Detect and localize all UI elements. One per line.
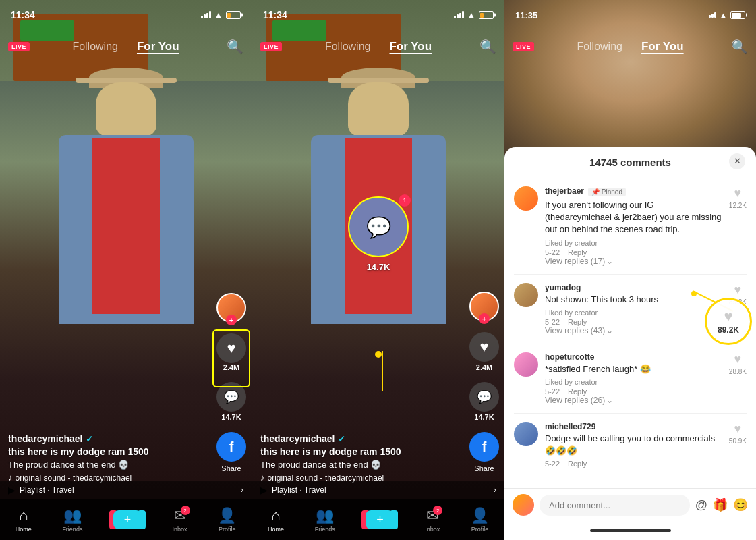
friends-nav-1[interactable]: 👥 Friends	[62, 507, 82, 533]
pinned-badge-1: 📌 Pinned	[588, 188, 626, 196]
facebook-share-2[interactable]: f	[469, 432, 499, 462]
creator-avatar-2[interactable]: +	[469, 292, 499, 321]
following-tab-3[interactable]: Following	[567, 35, 632, 58]
right-sidebar-2: + ♥ 2.4M 💬 14.7K f Share	[469, 292, 499, 473]
friends-label-1: Friends	[62, 526, 82, 533]
inbox-nav-1[interactable]: ✉ 2 Inbox	[173, 507, 187, 533]
profile-nav-2[interactable]: 👤 Profile	[471, 507, 489, 533]
comment-input[interactable]	[540, 495, 690, 516]
search-icon-1[interactable]: 🔍	[227, 38, 243, 55]
comment-meta-2: 5-22 Reply	[545, 318, 722, 326]
divider-1	[514, 274, 747, 275]
profile-nav-1[interactable]: 👤 Profile	[218, 507, 236, 533]
home-nav-1[interactable]: ⌂ Home	[16, 507, 32, 533]
comment-like-1: ♥ 12.2K	[729, 186, 747, 266]
comment-date-1: 5-22	[545, 248, 560, 256]
playlist-chevron-1: ›	[241, 485, 243, 495]
video-caption-1: thedarcymichael ✓ this here is my dodge …	[8, 433, 204, 483]
reply-link-3[interactable]: Reply	[568, 387, 587, 396]
friends-label-2: Friends	[315, 526, 335, 533]
right-sidebar-1: + ♥ 2.4M 💬 14.7K f Share	[216, 293, 246, 473]
liked-by-2: Liked by creator	[545, 308, 722, 317]
profile-icon-2: 👤	[471, 507, 489, 524]
for-you-tab-2[interactable]: For You	[380, 34, 441, 59]
comment-avatar-3	[514, 352, 538, 377]
comment-item-3: hopeturcotte *satisfied French laugh* 😂 …	[504, 347, 756, 410]
comment-avatar-2	[514, 283, 538, 307]
home-label-2: Home	[268, 526, 284, 533]
playlist-bar-2[interactable]: ▶ Playlist · Travel ›	[252, 481, 504, 500]
playlist-text-2: Playlist · Travel	[272, 485, 490, 495]
comment-count-1: 14.7K	[221, 413, 241, 421]
add-button-1[interactable]: +	[113, 510, 142, 529]
bottom-nav-2: ⌂ Home 👥 Friends + ✉ 2 Inbox 👤 Profile	[252, 500, 504, 540]
live-badge-3[interactable]: LIVE	[513, 42, 534, 51]
creator-avatar-1[interactable]: +	[216, 293, 246, 323]
playlist-text-1: Playlist · Travel	[20, 485, 237, 495]
facebook-share-1[interactable]: f	[216, 432, 246, 462]
friends-nav-2[interactable]: 👥 Friends	[315, 507, 335, 533]
home-nav-2[interactable]: ⌂ Home	[268, 507, 284, 533]
chevron-down-icon-3: ⌄	[606, 396, 613, 405]
view-replies-1[interactable]: View replies (17) ⌄	[545, 256, 722, 266]
panel-3: 11:35 ▲ LIVE Following For You 🔍	[504, 0, 756, 540]
heart-icon-3[interactable]: ♥	[734, 352, 742, 367]
comment-button-2[interactable]: 💬	[469, 382, 499, 412]
comment-avatar-4	[514, 422, 538, 446]
friends-icon-2: 👥	[316, 507, 334, 524]
emoji-icon[interactable]: 😊	[733, 497, 748, 512]
follow-plus-2[interactable]: +	[479, 313, 490, 324]
liked-by-3: Liked by creator	[545, 378, 722, 386]
share-label-2: Share	[474, 464, 494, 473]
comment-text-1: If you aren't following our IG (thedarcy…	[545, 199, 722, 236]
heart-icon-1[interactable]: ♥	[734, 186, 742, 200]
add-button-2[interactable]: +	[366, 510, 394, 529]
gift-icon[interactable]: 🎁	[713, 497, 728, 512]
view-replies-3[interactable]: View replies (26) ⌄	[545, 396, 722, 405]
for-you-tab-1[interactable]: For You	[127, 34, 189, 59]
home-indicator-3	[504, 521, 756, 540]
panel-1: 11:34 ▲ LIVE Following For You 🔍 +	[0, 0, 252, 540]
comment-username-3: hopeturcotte	[545, 352, 722, 362]
inbox-nav-2[interactable]: ✉ 2 Inbox	[425, 507, 440, 533]
playlist-bar-1[interactable]: ▶ Playlist · Travel ›	[0, 481, 252, 500]
like-count-comment-3: 28.8K	[729, 368, 747, 375]
comment-text-4: Dodge will be calling you to do commerci…	[545, 433, 722, 457]
battery-icon-3	[730, 11, 745, 19]
circle-highlight-likes: ♥ 89.2K	[705, 298, 752, 345]
comments-list: thejerbaer 📌 Pinned If you aren't follow…	[504, 176, 756, 488]
live-badge-1[interactable]: LIVE	[8, 42, 30, 51]
reply-link-4[interactable]: Reply	[568, 460, 587, 468]
view-replies-2[interactable]: View replies (43) ⌄	[545, 326, 722, 335]
like-group-2: ♥ 2.4M	[469, 332, 499, 371]
add-nav-1[interactable]: +	[113, 510, 142, 529]
profile-icon-1: 👤	[218, 507, 236, 524]
reply-link-2[interactable]: Reply	[568, 318, 587, 326]
close-comments-button[interactable]: ✕	[729, 153, 745, 169]
heart-icon-2[interactable]: ♥	[734, 283, 742, 297]
comments-header: 14745 comments ✕	[504, 147, 756, 176]
following-tab-1[interactable]: Following	[63, 35, 127, 58]
comment-username-1: thejerbaer	[545, 186, 584, 196]
inbox-badge-1: 2	[181, 506, 190, 515]
like-button-2[interactable]: ♥	[469, 332, 499, 362]
reply-link-1[interactable]: Reply	[568, 248, 587, 256]
search-icon-3[interactable]: 🔍	[731, 38, 748, 55]
follow-plus-1[interactable]: +	[226, 315, 237, 325]
heart-icon-4[interactable]: ♥	[734, 422, 742, 436]
chat-bubble-highlight[interactable]: 1 💬 14.7K	[348, 196, 409, 257]
for-you-tab-3[interactable]: For You	[632, 34, 693, 59]
divider-2	[514, 344, 747, 344]
video-caption-2: thedarcymichael ✓ this here is my dodge …	[260, 433, 457, 483]
search-icon-2[interactable]: 🔍	[479, 38, 496, 55]
home-icon-1: ⌂	[19, 507, 28, 524]
circle-count: 89.2K	[718, 325, 739, 335]
nav-top-1: LIVE Following For You 🔍	[0, 30, 252, 63]
at-icon[interactable]: @	[695, 498, 707, 512]
friends-icon-1: 👥	[63, 507, 82, 524]
live-badge-2[interactable]: LIVE	[260, 42, 282, 51]
add-nav-2[interactable]: +	[366, 510, 394, 529]
playlist-icon-2: ▶	[260, 485, 268, 495]
following-tab-2[interactable]: Following	[316, 35, 380, 58]
caption-username-1: thedarcymichael ✓	[8, 433, 204, 444]
